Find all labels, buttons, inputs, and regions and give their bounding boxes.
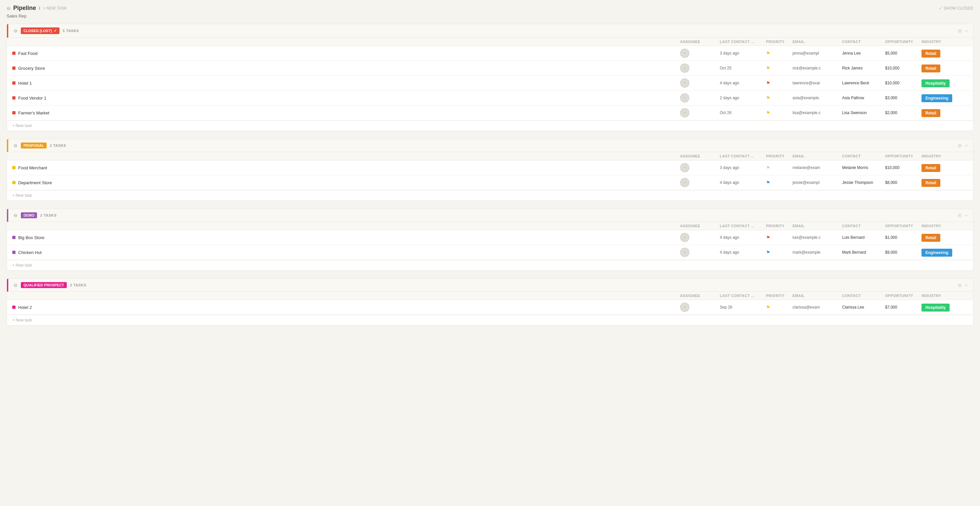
pipeline-collapse-btn[interactable]: ⊖	[6, 6, 11, 11]
priority-flag-icon[interactable]: ⚑	[766, 95, 770, 100]
collapse-btn-demo[interactable]: ⊖	[14, 213, 18, 218]
badge-closed-lost: CLOSED [LOST] ✓	[21, 27, 59, 34]
grid-icon[interactable]: ⊞	[958, 28, 962, 33]
priority-flag-icon[interactable]: ⚑	[766, 65, 770, 71]
table-row[interactable]: Grocery Store+Oct 25⚑rick@example.cRick …	[7, 61, 973, 76]
grid-icon[interactable]: ⊞	[958, 213, 962, 218]
priority-cell: ⚑	[766, 250, 792, 255]
priority-cell: ⚑	[766, 65, 792, 71]
section-proposal: ⊖PROPOSAL2 TASKS⊞+ASSIGNEELAST CONTACT .…	[6, 139, 974, 201]
task-color-dot	[12, 251, 16, 254]
avatar[interactable]: +	[680, 302, 689, 312]
table-row[interactable]: Hotel 1+4 days ago⚑lawrence@exarLawrence…	[7, 76, 973, 91]
opportunity-cell: $10,000	[885, 66, 921, 70]
col-header-email: EMAIL	[792, 40, 842, 44]
opportunity-cell: $9,000	[885, 250, 921, 255]
table-row[interactable]: Food Vendor 1+2 days ago⚑asia@example.As…	[7, 91, 973, 105]
task-color-dot	[12, 96, 16, 100]
avatar[interactable]: +	[680, 93, 689, 102]
badge-qualified: QUALIFIED PROSPECT	[21, 282, 67, 288]
industry-badge: Retail	[921, 65, 940, 72]
table-row[interactable]: Fast Food+3 days ago⚑jenna@examplJenna L…	[7, 46, 973, 61]
table-row[interactable]: Chicken Hut+4 days ago⚑mark@exampleMark …	[7, 245, 973, 260]
priority-cell: ⚑	[766, 165, 792, 170]
priority-flag-icon[interactable]: ⚑	[766, 250, 770, 255]
section-actions-closed-lost: ⊞+	[958, 28, 968, 33]
last-contact-cell: 4 days ago	[720, 250, 766, 255]
opportunity-cell: $7,000	[885, 305, 921, 310]
add-column-icon[interactable]: +	[965, 143, 968, 148]
task-name-cell: Hotel 1	[12, 81, 680, 86]
avatar[interactable]: +	[680, 108, 689, 118]
table-row[interactable]: Hotel 2+Sep 26⚑clarissa@examClarissa Lee…	[7, 300, 973, 315]
info-icon[interactable]: ℹ	[39, 6, 40, 11]
section-actions-qualified: ⊞+	[958, 282, 968, 288]
collapse-btn-closed-lost[interactable]: ⊖	[14, 28, 18, 33]
avatar[interactable]: +	[680, 78, 689, 88]
new-task-link[interactable]: + New task	[7, 260, 973, 270]
last-contact-cell: 3 days ago	[720, 51, 766, 56]
contact-cell: Lisa Swenson	[842, 110, 885, 115]
priority-cell: ⚑	[766, 235, 792, 240]
industry-cell: Retail	[921, 235, 968, 240]
avatar[interactable]: +	[680, 64, 689, 73]
col-header-priority: PRIORITY	[766, 154, 792, 158]
task-color-dot	[12, 181, 16, 184]
avatar[interactable]: +	[680, 248, 689, 257]
table-row[interactable]: Department Store+4 days ago⚑jessie@examp…	[7, 175, 973, 190]
contact-cell: Asia Paltrow	[842, 95, 885, 100]
last-contact-cell: 4 days ago	[720, 180, 766, 185]
assignee-cell: +	[680, 78, 720, 88]
col-header-last-contact-: LAST CONTACT ...	[720, 154, 766, 158]
industry-badge: Retail	[921, 164, 940, 172]
priority-cell: ⚑	[766, 51, 792, 56]
priority-cell: ⚑	[766, 305, 792, 310]
collapse-btn-qualified[interactable]: ⊖	[14, 282, 18, 288]
col-header-opportunity: OPPORTUNITY	[885, 40, 921, 44]
column-headers-closed-lost: ASSIGNEELAST CONTACT ...PRIORITYEMAILCON…	[7, 38, 973, 46]
col-header-contact: CONTACT	[842, 154, 885, 158]
last-contact-cell: 3 days ago	[720, 165, 766, 170]
priority-flag-icon[interactable]: ⚑	[766, 51, 770, 56]
task-color-dot	[12, 52, 16, 55]
priority-flag-icon[interactable]: ⚑	[766, 305, 770, 310]
new-task-link[interactable]: + New task	[7, 190, 973, 200]
avatar[interactable]: +	[680, 233, 689, 242]
add-column-icon[interactable]: +	[965, 282, 968, 288]
new-task-link[interactable]: + New task	[7, 120, 973, 130]
avatar[interactable]: +	[680, 163, 689, 172]
avatar[interactable]: +	[680, 178, 689, 187]
grid-icon[interactable]: ⊞	[958, 282, 962, 288]
collapse-btn-proposal[interactable]: ⊖	[14, 143, 18, 148]
priority-flag-icon[interactable]: ⚑	[766, 110, 770, 115]
task-name-text: Food Vendor 1	[18, 95, 46, 100]
show-closed-button[interactable]: ✓ SHOW CLOSED	[939, 6, 974, 11]
task-name-text: Big Box Store	[18, 235, 45, 240]
opportunity-cell: $1,000	[885, 235, 921, 240]
contact-cell: Jenna Lee	[842, 51, 885, 56]
task-name-text: Hotel 2	[18, 305, 32, 310]
priority-cell: ⚑	[766, 80, 792, 86]
grid-icon[interactable]: ⊞	[958, 143, 962, 148]
table-row[interactable]: Big Box Store+4 days ago⚑luis@example.cL…	[7, 230, 973, 245]
task-name-cell: Big Box Store	[12, 235, 680, 240]
add-column-icon[interactable]: +	[965, 28, 968, 33]
priority-flag-icon[interactable]: ⚑	[766, 235, 770, 240]
new-task-header-btn[interactable]: + NEW TASK	[43, 6, 67, 11]
industry-cell: Retail	[921, 180, 968, 185]
task-name-cell: Farmer's Market	[12, 110, 680, 115]
priority-flag-icon[interactable]: ⚑	[766, 180, 770, 185]
priority-flag-icon[interactable]: ⚑	[766, 80, 770, 86]
last-contact-cell: 4 days ago	[720, 235, 766, 240]
priority-flag-icon[interactable]: ⚑	[766, 165, 770, 170]
section-actions-proposal: ⊞+	[958, 143, 968, 148]
avatar[interactable]: +	[680, 49, 689, 58]
table-row[interactable]: Food Merchant+3 days ago⚑melanie@examMel…	[7, 161, 973, 175]
contact-cell: Lawrence Beck	[842, 81, 885, 85]
table-row[interactable]: Farmer's Market+Oct 26⚑lisa@example.cLis…	[7, 105, 973, 120]
add-column-icon[interactable]: +	[965, 213, 968, 218]
assignee-cell: +	[680, 178, 720, 187]
last-contact-cell: Oct 25	[720, 66, 766, 70]
new-task-link[interactable]: + New task	[7, 315, 973, 325]
priority-cell: ⚑	[766, 110, 792, 115]
